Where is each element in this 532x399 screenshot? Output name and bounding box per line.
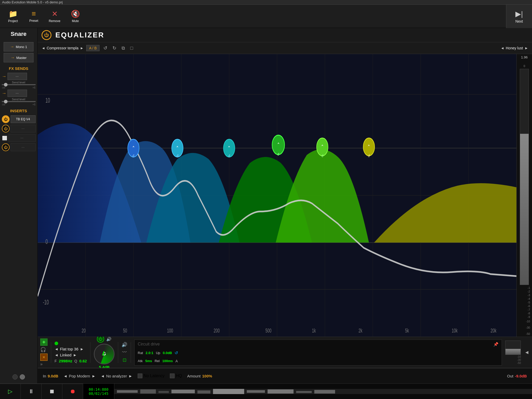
- remove-button[interactable]: ✕ Remove: [44, 6, 65, 26]
- insert2-name[interactable]: ---: [11, 125, 36, 132]
- insert3-name[interactable]: ---: [9, 134, 36, 142]
- hq-toggle: HQ: [170, 374, 182, 378]
- eq-canvas[interactable]: ⌃ ⌃ ⌃ ⌃ ⌃ ⌃ ↺: [38, 54, 516, 337]
- svg-rect-51: [171, 390, 195, 393]
- eq-x-button[interactable]: ✕: [40, 354, 48, 361]
- next-button[interactable]: ▶| Next: [506, 5, 532, 28]
- comp-reset-icon[interactable]: ↺: [175, 350, 178, 355]
- mono1-label: Mono 1: [16, 45, 27, 49]
- comp-meter-bars: -10 -30 -50: [505, 341, 521, 364]
- pause-button[interactable]: ⏸: [21, 384, 42, 399]
- mute-icon: 🔇: [71, 10, 80, 18]
- play-button[interactable]: ▷: [0, 384, 21, 399]
- speaker-icon[interactable]: 🔊: [106, 337, 111, 342]
- output-level: Out -9.0dB: [507, 374, 527, 378]
- waveform-display[interactable]: [114, 384, 532, 399]
- template-next-button[interactable]: ►: [80, 46, 84, 50]
- send2-min: -inf: [2, 103, 5, 106]
- send1-target[interactable]: ---: [8, 73, 27, 80]
- linked-next-button[interactable]: ►: [73, 353, 77, 357]
- svg-text:↺: ↺: [176, 154, 178, 158]
- stop-button[interactable]: ⏹: [42, 384, 62, 399]
- ab-button[interactable]: A / B: [86, 45, 100, 51]
- no-latency-checkbox[interactable]: [138, 374, 142, 378]
- eq-chevron-button[interactable]: »: [40, 362, 48, 367]
- send2-name: ---: [16, 91, 19, 95]
- comp-pin-icon[interactable]: 📌: [493, 342, 498, 347]
- insert4-power-button[interactable]: ⏻: [2, 143, 10, 151]
- filter-prev-button[interactable]: ◄: [55, 347, 58, 351]
- bypass-button[interactable]: ⊡: [123, 357, 127, 363]
- svg-rect-53: [213, 389, 244, 394]
- waveform-icon[interactable]: 〰: [122, 350, 127, 355]
- send1-max: +6: [32, 86, 35, 89]
- comp-up-value[interactable]: 0.0dB: [163, 351, 172, 355]
- send1-slider-track[interactable]: [2, 84, 36, 85]
- send2-target[interactable]: ---: [8, 90, 27, 97]
- insert3-transform-icon: ⬜: [2, 136, 8, 141]
- send2-slider-track[interactable]: [2, 101, 36, 102]
- send1-slider[interactable]: [2, 84, 36, 85]
- insert4-name[interactable]: ---: [11, 143, 36, 151]
- comp-collapse-button[interactable]: ◄: [524, 349, 529, 355]
- send1-slider-knob[interactable]: [4, 83, 8, 87]
- meter-m2: -2: [518, 290, 530, 293]
- q-value[interactable]: 0.62: [79, 359, 87, 363]
- filter-next-button[interactable]: ►: [80, 347, 84, 351]
- remove-label: Remove: [49, 19, 61, 23]
- linked-prev-button[interactable]: ◄: [55, 353, 58, 357]
- insert1-name[interactable]: TB EQ V4: [11, 115, 36, 123]
- freq-value[interactable]: 2998Hz: [59, 359, 72, 363]
- remove-icon: ✕: [52, 10, 58, 18]
- project-button[interactable]: 📁 Project: [3, 6, 23, 26]
- eq-canvas-row: ⌃ ⌃ ⌃ ⌃ ⌃ ⌃ ↺: [38, 54, 532, 337]
- paste-icon[interactable]: □: [129, 45, 134, 51]
- analyzer-next-button[interactable]: ►: [129, 374, 132, 378]
- meter-scale: -1 -2 -3 -4 -5 -6 -7 -8 -9 -10 -30 -50: [518, 286, 531, 335]
- eq-left-buttons: ✚ 🎧 ✕ »: [40, 338, 48, 367]
- project-icon: 📁: [9, 10, 18, 18]
- insert2-power-button[interactable]: ⏻: [2, 125, 10, 132]
- undo-icon[interactable]: ↺: [102, 45, 109, 51]
- svg-text:20k: 20k: [490, 327, 496, 334]
- time-display: 00:14:880 08/02/145: [83, 384, 114, 399]
- eq-display[interactable]: ⌃ ⌃ ⌃ ⌃ ⌃ ⌃ ↺: [38, 54, 516, 337]
- mute-button[interactable]: 🔇 Mute: [65, 6, 86, 26]
- send2-slider-knob[interactable]: [4, 100, 8, 103]
- hq-checkbox[interactable]: [170, 374, 175, 378]
- template-prev-button[interactable]: ◄: [42, 46, 45, 50]
- comp-atk-value[interactable]: 5ms: [145, 359, 152, 363]
- pop-next-button[interactable]: ►: [92, 374, 96, 378]
- svg-text:10: 10: [45, 97, 50, 104]
- copy-icon[interactable]: ⧉: [120, 45, 126, 51]
- send2-slider[interactable]: [2, 101, 36, 102]
- record-button[interactable]: ⏺: [62, 384, 83, 399]
- send1-arrow-icon: →: [2, 74, 6, 79]
- in-label: In: [43, 374, 46, 378]
- eq-power-button[interactable]: ⏻: [42, 30, 51, 40]
- honey-next-button[interactable]: ►: [524, 46, 528, 50]
- preset-button[interactable]: ≡ Preset: [23, 6, 44, 26]
- spectrum-icon[interactable]: 🔊: [122, 342, 127, 348]
- svg-text:⌃: ⌃: [176, 145, 179, 151]
- sidebar-circle-on[interactable]: [20, 374, 25, 380]
- eq-panel: ⏻ EQUALIZER ◄ Compressor templa ► A / B …: [38, 28, 532, 383]
- redo-icon[interactable]: ↻: [111, 45, 118, 51]
- insert1-power-button[interactable]: ⏻: [2, 115, 10, 123]
- gain-knob[interactable]: G: [94, 344, 115, 364]
- honey-prev-button[interactable]: ◄: [501, 46, 504, 50]
- eq-add-button[interactable]: ✚: [40, 338, 48, 346]
- comp-ratio-value[interactable]: 2.0:1: [146, 351, 154, 355]
- headphones-icon[interactable]: 🎧: [40, 347, 46, 353]
- comp-rel-value[interactable]: 100ms: [162, 359, 173, 363]
- master-button[interactable]: → Master: [4, 53, 34, 62]
- analyzer-prev-button[interactable]: ◄: [101, 374, 105, 378]
- pop-prev-button[interactable]: ◄: [63, 374, 67, 378]
- insert3-label: ---: [21, 136, 24, 140]
- svg-rect-55: [268, 389, 294, 394]
- q-label: Q: [74, 359, 77, 363]
- amount-value[interactable]: 100%: [202, 374, 212, 378]
- sidebar-circle-off[interactable]: [12, 374, 18, 380]
- waveform-svg: [114, 384, 532, 399]
- mono1-button[interactable]: → Mono 1: [4, 42, 34, 51]
